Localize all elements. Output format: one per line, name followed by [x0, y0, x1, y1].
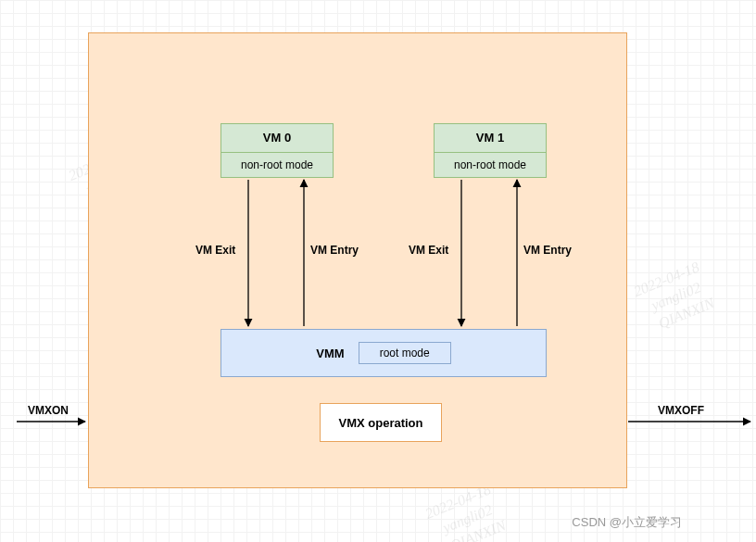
vm0-entry-label: VM Entry — [310, 244, 359, 257]
vmx-operation-box: VMX operation — [320, 403, 442, 442]
vmxoff-label: VMXOFF — [658, 404, 704, 417]
vmm-label: VMM — [316, 347, 344, 360]
vm0-exit-label: VM Exit — [195, 244, 235, 257]
root-mode-label: root mode — [359, 342, 451, 364]
vm0-box: VM 0 non-root mode — [220, 123, 334, 178]
vm1-entry-label: VM Entry — [523, 244, 572, 257]
vm1-box: VM 1 non-root mode — [434, 123, 547, 178]
vm1-exit-label: VM Exit — [409, 244, 448, 257]
vmm-box: VMM root mode — [220, 329, 547, 377]
vmx-operation-label: VMX operation — [338, 416, 422, 430]
vm0-mode: non-root mode — [221, 153, 333, 177]
vmxon-label: VMXON — [28, 404, 69, 417]
vm0-title: VM 0 — [221, 124, 333, 153]
vm1-mode: non-root mode — [435, 153, 546, 177]
vm1-title: VM 1 — [435, 124, 546, 153]
credit-text: CSDN @小立爱学习 — [572, 514, 682, 531]
